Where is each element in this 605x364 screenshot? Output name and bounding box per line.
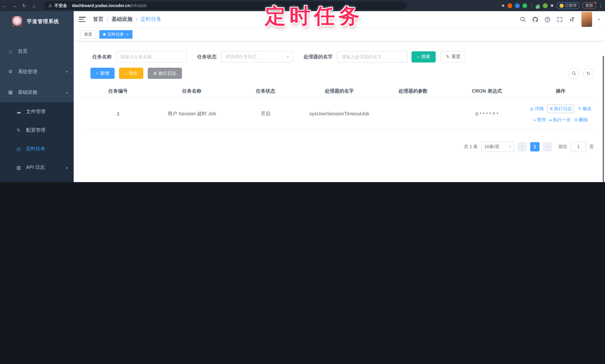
bookmark-star-icon[interactable]: ★ [501,3,505,8]
tag-scheduled-job[interactable]: 定时任务 × [99,30,132,39]
goto-page-input[interactable] [571,142,586,152]
browser-home-icon[interactable]: ⌂ [29,3,39,8]
sidebar-item-config-manage[interactable]: ✎ 配置管理 [0,121,74,140]
download-icon: ↓ [125,71,127,76]
plus-icon: + [96,71,98,76]
search-icon[interactable] [520,16,526,23]
page-size-select[interactable]: 10条/页 ▾ [481,141,514,152]
browser-extensions-area: ★ ✓ ⋮ ≣ on ❖ ☺ 已暂停 更新 ⋮ [501,2,603,9]
edit-link[interactable]: ✎ 修改 [578,106,591,112]
monitor-icon: ▦ [7,89,13,95]
execution-log-button[interactable]: ≣ 执行日志 [148,68,182,79]
sidebar-item-system[interactable]: ⚙ 系统管理 ▾ [0,61,74,82]
job-status-select[interactable]: 请选择任务状态 ▾ [221,51,293,63]
table-row: 3 用户 Session 超时 Job 开启 sysUserSessionTim… [81,97,598,130]
scrollbar-thumb[interactable] [603,56,604,182]
table-header: 任务编号 任务名称 任务状态 处理器的名字 处理器的参数 CRON 表达式 操作 [81,85,598,97]
job-log-link[interactable]: ≣ 执行日志 [547,104,574,113]
search-button[interactable]: ⌕ 搜索 [411,51,436,62]
browser-reload-icon[interactable]: ↻ [19,3,29,8]
close-icon[interactable]: × [127,32,129,37]
extension-icon-grid[interactable]: ⋮ [530,3,534,8]
refresh-button[interactable]: ↻ [583,68,594,79]
job-name-label: 任务名称 [92,53,112,60]
cell-cron: 0 * * * * ? * [450,111,524,117]
app-logo-row[interactable]: 芋道管理系统 [0,11,74,32]
goto-label: 前往 [558,143,567,150]
timer-icon: ◷ [16,146,22,152]
extension-icon-leaf[interactable] [543,3,548,8]
puzzle-extensions-icon[interactable]: ❖ [550,3,554,8]
handler-name-label: 处理器的名字 [304,53,333,60]
breadcrumb-infra[interactable]: 基础设施 [112,16,132,23]
user-avatar[interactable] [581,12,592,27]
prev-page-button[interactable]: ‹ [518,142,527,151]
job-status-label: 任务状态 [197,53,217,60]
sidebar-item-api-log[interactable]: ▧ API 日志 ▴ [0,158,74,177]
breadcrumb-home[interactable]: 首页 [93,16,104,23]
job-name-input[interactable] [116,51,187,63]
detail-link[interactable]: ◎ 详细 [530,106,544,112]
refresh-icon: ↻ [446,54,449,59]
search-icon: ⌕ [417,54,419,59]
delete-link[interactable]: ⊟ 删除 [574,117,588,123]
col-job-id: 任务编号 [81,88,155,94]
screen: ← → ↻ ⌂ ⚠ 不安全 dashboard.yudao.iocoder.cn… [0,0,605,182]
browser-forward-icon[interactable]: → [10,3,19,8]
cell-job-status: 开启 [229,110,302,117]
table-tools: ↻ [568,68,594,79]
update-alert-dot [595,2,596,3]
browser-back-icon[interactable]: ← [0,3,10,8]
pencil-icon: ✎ [578,106,581,111]
search-icon [572,71,576,76]
sidebar-item-infra[interactable]: ▦ 基础设施 ▴ [0,82,74,102]
chevron-down-icon: ▾ [509,145,511,148]
font-size-icon[interactable] [569,16,576,23]
trash-icon: ⊟ [574,117,578,122]
extension-on-badge: on [536,5,539,8]
breadcrumb: 首页 / 基础设施 / 定时任务 [93,16,161,23]
cloud-icon: ☁ [16,109,22,114]
navbar-actions: ▾ [520,12,600,27]
github-icon[interactable] [532,16,539,23]
security-label[interactable]: 不安全 [54,3,67,8]
sidebar-item-access-log[interactable]: ▤ 访问日志 [0,177,74,182]
help-icon[interactable] [544,16,551,23]
export-button[interactable]: ↓ 导出 [119,68,143,79]
play-icon: ▸ [550,117,552,122]
run-once-link[interactable]: ▸ 执行一次 [550,117,571,123]
handler-name-input[interactable] [337,51,408,63]
sidebar-item-home[interactable]: ⌂ 首页 [0,41,74,61]
cell-job-id: 3 [81,111,155,117]
extension-icon-green[interactable]: ✓ [523,3,527,8]
reset-button[interactable]: ↻ 重置 [441,51,466,62]
extension-icon-orange[interactable] [508,3,513,8]
hamburger-icon[interactable] [79,17,86,22]
profile-paused-chip[interactable]: ☺ 已暂停 [556,2,580,9]
extension-icon-list[interactable]: ≣ on [537,3,540,8]
pause-link[interactable]: × 暂停 [534,117,546,123]
app-title: 芋道管理系统 [27,18,59,25]
logo-image [11,15,23,27]
url-text[interactable]: dashboard.yudao.iocoder.cn/infra/job [72,3,147,8]
infra-submenu: ☁ 文件管理 ✎ 配置管理 ◷ 定时任务 ▧ API 日志 ▴ ▤ [0,102,74,182]
avatar-caret-icon[interactable]: ▾ [598,17,600,21]
tag-home[interactable]: 首页 [80,30,96,39]
fullscreen-icon[interactable] [557,16,563,23]
add-button[interactable]: + 新增 [91,68,115,79]
security-warning-icon: ⚠ [48,3,52,8]
page-unit-label: 页 [589,143,594,150]
browser-menu-icon[interactable]: ⋮ [599,3,603,8]
col-operations: 操作 [524,88,598,94]
sidebar-item-file-manage[interactable]: ☁ 文件管理 [0,102,74,121]
col-job-status: 任务状态 [229,88,302,94]
jobs-table: 任务编号 任务名称 任务状态 处理器的名字 处理器的参数 CRON 表达式 操作… [81,85,598,130]
next-page-button[interactable]: › [543,142,552,151]
browser-update-button[interactable]: 更新 [582,2,596,9]
annotation-overlay-text: 定时任务 [265,2,363,30]
page-1-button[interactable]: 1 [530,142,539,151]
extension-icon-blue[interactable] [515,3,520,8]
toggle-search-button[interactable] [568,68,579,79]
sidebar: 芋道管理系统 ⌂ 首页 ⚙ 系统管理 ▾ ▦ 基础设施 ▴ ☁ 文件管理 [0,11,74,182]
sidebar-item-scheduled-job[interactable]: ◷ 定时任务 [0,140,74,158]
